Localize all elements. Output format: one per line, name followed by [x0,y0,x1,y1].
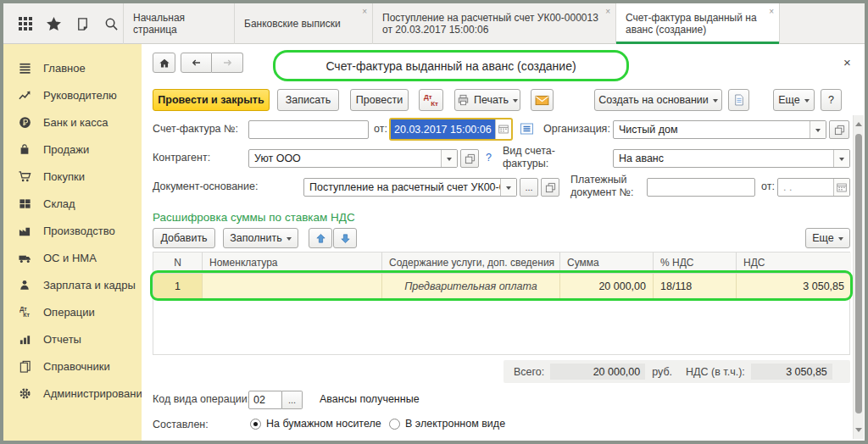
move-row-down-button[interactable] [333,228,357,248]
tab-close-icon[interactable]: × [362,8,367,16]
sidebar-item-operations[interactable]: ДтКтОперации [3,298,142,325]
tab-bank-statements[interactable]: Банковские выписки × [235,3,373,44]
sidebar-item-warehouse[interactable]: Склад [3,190,142,217]
tab-receipt-to-account[interactable]: Поступление на расчетный счет УК00-00001… [373,3,616,44]
organization-open-button[interactable] [829,120,849,139]
radio-unselected-icon[interactable] [389,419,400,430]
sidebar-item-fixed-assets[interactable]: ОС и НМА [3,244,142,271]
more-button[interactable]: Еще [773,89,815,111]
chevron-down-icon[interactable] [441,150,457,167]
organization-combo[interactable]: Чистый дом [613,120,826,139]
cell-vat-percent[interactable]: 18/118 [654,274,737,299]
operation-code-input[interactable] [248,391,282,409]
calendar-icon[interactable] [495,119,511,139]
col-header-service[interactable]: Содержание услуги, доп. сведения [382,253,560,274]
search-icon[interactable] [103,16,120,32]
counterparty-combo[interactable]: Уют ООО [248,149,458,168]
arrow-down-icon [340,233,351,244]
apps-menu-icon[interactable] [17,16,33,32]
table-more-button[interactable]: Еще [805,228,850,248]
radio-paper-option[interactable]: На бумажном носителе [250,418,381,430]
scroll-up-icon[interactable] [855,119,862,126]
favorites-star-icon[interactable] [46,16,62,32]
move-row-up-button[interactable] [309,228,332,248]
base-document-choose-button[interactable]: ... [520,178,538,197]
add-row-button[interactable]: Добавить [153,228,215,248]
radio-selected-icon[interactable] [250,419,261,430]
dt-kt-icon: ДтКт [17,305,32,319]
sidebar-item-label: Банк и касса [43,116,108,129]
base-document-combo[interactable]: Поступление на расчетный счет УК00-00001… [303,178,517,197]
sidebar-item-directories[interactable]: Справочники [3,352,142,380]
col-header-n[interactable]: N [153,253,203,274]
save-button[interactable]: Записать [277,89,339,111]
fill-button[interactable]: Заполнить [223,228,298,248]
sidebar-item-administration[interactable]: Администрирование [3,380,142,407]
home-button[interactable] [153,53,175,73]
base-document-value: Поступление на расчетный счет УК00-00001… [304,179,500,196]
tab-invoice-advance[interactable]: Счет-фактура выданный на аванс (создание… [616,3,780,44]
help-button[interactable]: ? [821,89,842,111]
operation-code-choose-button[interactable]: ... [282,391,303,409]
payment-date-placeholder: . . [778,179,833,196]
table-row[interactable]: 1 Предварительная оплата 20 000,00 18/11… [153,274,849,299]
sidebar-item-sales[interactable]: Продажи [3,136,142,163]
document-date-value[interactable]: 20.03.2017 15:00:06 [391,119,495,139]
bar-chart-icon [17,332,32,346]
vertical-scrollbar[interactable] [853,115,864,439]
mail-button[interactable] [531,89,554,111]
sidebar-item-main[interactable]: Главное [3,54,142,81]
sidebar-item-label: Продажи [43,143,89,156]
close-form-icon[interactable]: × [843,55,851,69]
document-report-button[interactable] [728,89,749,111]
sidebar-item-salary-hr[interactable]: Зарплата и кадры [3,271,142,298]
cell-vat[interactable]: 3 050,85 [737,274,851,299]
invoice-kind-value: На аванс [614,150,833,167]
show-postings-button[interactable]: Дт Кт [419,89,443,111]
payment-date-field[interactable]: . . [777,178,850,197]
cell-n[interactable]: 1 [153,274,203,299]
scrollbar-thumb[interactable] [855,134,862,413]
document-date-field[interactable]: 20.03.2017 15:00:06 [389,118,513,141]
tab-close-icon[interactable]: × [605,8,610,16]
print-button[interactable]: Печать [454,89,520,111]
sidebar-item-production[interactable]: Производство [3,217,142,244]
chevron-down-icon[interactable] [810,121,826,138]
col-header-vat-percent[interactable]: % НДС [654,253,737,274]
sidebar-item-manager[interactable]: Руководителю [3,81,142,108]
cart-icon [17,169,32,183]
cell-service[interactable]: Предварительная оплата [382,274,560,299]
sidebar-item-purchases[interactable]: Покупки [3,163,142,190]
create-based-on-button[interactable]: Создать на основании [594,89,722,111]
tab-home-page[interactable]: Начальная страница [123,3,235,44]
counterparty-help-link[interactable]: ? [486,152,492,164]
sidebar-item-label: Производство [43,225,115,237]
post-and-close-button[interactable]: Провести и закрыть [153,89,270,111]
col-header-nomenclature[interactable]: Номенклатура [203,253,382,274]
payment-doc-input[interactable] [647,178,755,197]
cell-sum[interactable]: 20 000,00 [560,274,654,299]
back-button[interactable] [181,53,212,73]
forward-button[interactable] [212,53,243,73]
sidebar-item-reports[interactable]: Отчеты [3,325,142,352]
base-document-open-button[interactable] [541,178,559,197]
tab-close-icon[interactable]: × [769,8,774,16]
counterparty-open-button[interactable] [460,149,479,168]
cell-nomenclature[interactable] [203,274,382,299]
sidebar-item-bank-cash[interactable]: Банк и касса [3,108,142,136]
chevron-down-icon[interactable] [833,150,849,167]
radio-electronic-option[interactable]: В электронном виде [389,418,505,430]
invoice-kind-combo[interactable]: На аванс [613,149,850,168]
col-header-sum[interactable]: Сумма [560,253,654,274]
scroll-down-icon[interactable] [855,428,862,436]
invoice-number-input[interactable] [248,120,369,139]
events-list-icon[interactable] [520,122,534,139]
history-icon[interactable] [75,16,91,32]
post-button[interactable]: Провести [350,89,409,111]
sidebar-item-label: Администрирование [43,387,148,400]
sidebar-item-label: Покупки [43,170,85,183]
calendar-icon[interactable] [833,179,849,196]
chevron-down-icon[interactable] [500,179,516,196]
sidebar-item-label: Операции [43,306,95,319]
col-header-vat[interactable]: НДС [737,253,851,274]
